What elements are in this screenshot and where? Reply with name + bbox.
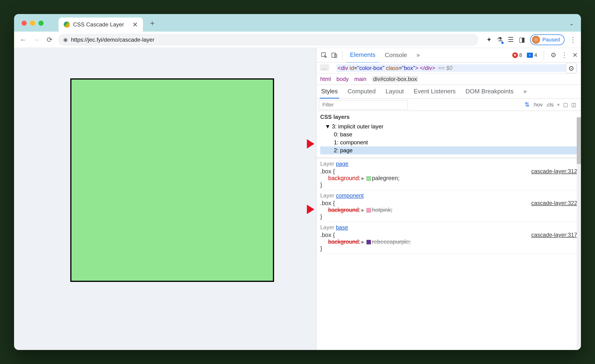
crumb-selected[interactable]: div#color-box.box: [372, 76, 418, 82]
annotation-arrow-icon: [298, 202, 314, 216]
cls-toggle[interactable]: .cls: [546, 102, 553, 108]
rule-property[interactable]: background:▸rebeccapurple;: [320, 238, 577, 245]
color-swatch-icon[interactable]: [366, 176, 371, 181]
style-rule: Layer base .box {cascade-layer:317 backg…: [317, 222, 581, 254]
toggle-layers-icon[interactable]: ⇅: [524, 101, 530, 108]
profile-paused-badge[interactable]: Paused: [530, 34, 565, 45]
layer-link[interactable]: base: [336, 224, 348, 230]
tab-more-styles[interactable]: »: [522, 85, 528, 98]
annotation-arrow-icon: [298, 137, 314, 151]
layer-item-component[interactable]: 1: component: [320, 138, 577, 146]
new-rule-button[interactable]: +: [557, 102, 560, 108]
svg-rect-1: [332, 53, 336, 57]
tab-console[interactable]: Console: [381, 48, 411, 62]
site-info-icon[interactable]: ◉: [63, 37, 68, 43]
color-swatch-icon[interactable]: [366, 208, 371, 213]
style-rule: Layer component .box {cascade-layer:322 …: [317, 190, 581, 222]
url-field[interactable]: ◉ https://jec.fyi/demo/cascade-layer: [58, 34, 478, 46]
tab-styles[interactable]: Styles: [320, 85, 339, 98]
page-viewport: [14, 48, 316, 350]
main-content: Elements Console » ✕8 •4 ⚙ ⋮ ✕ … <div id…: [14, 48, 581, 350]
rule-selector[interactable]: .box {: [320, 168, 335, 175]
rule-layer-label: Layer component: [320, 192, 577, 199]
crumb-body[interactable]: body: [336, 76, 348, 82]
browser-window: CSS Cascade Layer ✕ ＋ ⌄ ← → ⟳ ◉ https://…: [14, 14, 581, 350]
layer-item-base[interactable]: 0: base: [320, 130, 577, 138]
styles-filter-bar: ⇅ :hov .cls + ▢ ◫: [317, 99, 581, 111]
dom-breadcrumbs: html body main div#color-box.box: [317, 74, 581, 85]
tab-title: CSS Cascade Layer: [73, 21, 124, 28]
color-box: [70, 78, 274, 282]
kebab-menu-icon[interactable]: ⋮: [561, 51, 568, 59]
device-toolbar-icon[interactable]: [330, 51, 339, 59]
layer-item-page[interactable]: 2: page: [320, 146, 577, 154]
tab-dom-breakpoints[interactable]: DOM Breakpoints: [464, 85, 515, 98]
paused-label: Paused: [542, 37, 560, 43]
browser-tab[interactable]: CSS Cascade Layer ✕: [59, 18, 143, 32]
rule-selector[interactable]: .box {: [320, 200, 335, 206]
rule-selector[interactable]: .box {: [320, 232, 335, 238]
layer-tree-root[interactable]: ▼3: implicit outer layer: [320, 123, 577, 130]
back-button[interactable]: ←: [19, 35, 28, 44]
reload-button[interactable]: ⟳: [45, 35, 54, 44]
css-layers-heading: CSS layers: [320, 114, 577, 120]
crumb-html[interactable]: html: [320, 76, 331, 82]
minimize-window-button[interactable]: [30, 21, 35, 26]
tab-elements[interactable]: Elements: [346, 48, 379, 63]
rule-close-brace: }: [320, 245, 577, 252]
tab-event-listeners[interactable]: Event Listeners: [412, 85, 457, 98]
rule-layer-label: Layer base: [320, 224, 577, 231]
close-devtools-icon[interactable]: ✕: [572, 51, 578, 59]
color-swatch-icon[interactable]: [366, 240, 371, 244]
url-text: https://jec.fyi/demo/cascade-layer: [71, 36, 154, 43]
devtools-panel: Elements Console » ✕8 •4 ⚙ ⋮ ✕ … <div id…: [316, 48, 581, 350]
tab-computed[interactable]: Computed: [346, 85, 377, 98]
scrollbar[interactable]: [577, 117, 581, 348]
favicon-icon: [64, 21, 70, 27]
style-rule: Layer page .box {cascade-layer:312 backg…: [317, 159, 581, 190]
styles-filter-input[interactable]: [319, 100, 408, 110]
error-count-badge[interactable]: ✕8: [512, 52, 522, 58]
dom-ellipsis[interactable]: …: [320, 64, 329, 71]
close-tab-button[interactable]: ✕: [132, 21, 138, 28]
window-controls: [21, 21, 43, 26]
maximize-window-button[interactable]: [38, 21, 43, 26]
rule-source-link[interactable]: cascade-layer:322: [531, 200, 577, 206]
rule-source-link[interactable]: cascade-layer:312: [531, 168, 577, 175]
accessibility-icon[interactable]: ⊙: [566, 63, 576, 73]
styles-tabs: Styles Computed Layout Event Listeners D…: [317, 85, 581, 99]
close-window-button[interactable]: [21, 21, 27, 26]
rule-source-link[interactable]: cascade-layer:317: [531, 232, 577, 238]
layer-link[interactable]: component: [336, 192, 364, 199]
tab-more[interactable]: »: [413, 48, 424, 62]
address-bar: ← → ⟳ ◉ https://jec.fyi/demo/cascade-lay…: [14, 32, 581, 48]
menu-icon[interactable]: ⋮: [570, 36, 576, 43]
crumb-main[interactable]: main: [354, 76, 366, 82]
forward-button[interactable]: →: [32, 35, 41, 44]
hov-toggle[interactable]: :hov: [533, 102, 543, 108]
new-tab-button[interactable]: ＋: [149, 18, 156, 28]
settings-icon[interactable]: ⚙: [551, 51, 556, 59]
avatar-icon: [532, 36, 540, 44]
extensions-icon[interactable]: ✦: [486, 36, 492, 43]
rule-property[interactable]: background:▸hotpink;: [320, 206, 577, 213]
lighthouse-icon[interactable]: ⚗: [497, 36, 503, 43]
tabs-dropdown-icon[interactable]: ⌄: [569, 20, 574, 27]
panel-icon[interactable]: ◨: [519, 36, 525, 43]
devtools-top-tabs: Elements Console » ✕8 •4 ⚙ ⋮ ✕: [317, 48, 581, 62]
rule-layer-label: Layer page: [320, 160, 577, 167]
device-mode-icon[interactable]: ▢: [563, 102, 568, 108]
styles-body: CSS layers ▼3: implicit outer layer 0: b…: [317, 111, 581, 350]
message-count-badge[interactable]: •4: [527, 52, 537, 58]
rule-close-brace: }: [320, 182, 577, 188]
sidebar-toggle-icon[interactable]: ◫: [571, 102, 576, 108]
toolbar-icons: ✦ ⚗ ☰ ◨ Paused ⋮: [486, 34, 576, 45]
layer-link[interactable]: page: [336, 160, 348, 167]
inspect-element-icon[interactable]: [320, 51, 328, 59]
dom-selected-line[interactable]: <div id="color-box" class="box"> </div>=…: [337, 64, 577, 72]
rule-property[interactable]: background:▸palegreen;: [320, 175, 577, 182]
reading-list-icon[interactable]: ☰: [508, 36, 514, 43]
dom-tree[interactable]: … <div id="color-box" class="box"> </div…: [317, 62, 581, 74]
tab-layout[interactable]: Layout: [384, 85, 405, 98]
rule-close-brace: }: [320, 213, 577, 220]
